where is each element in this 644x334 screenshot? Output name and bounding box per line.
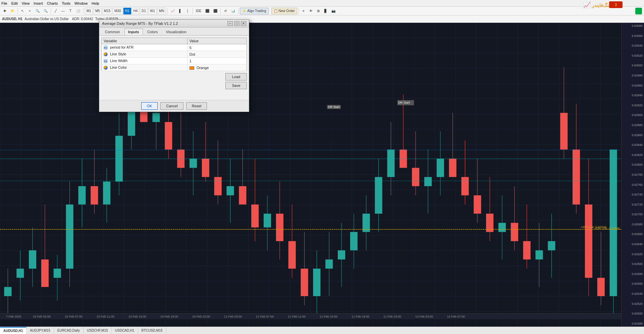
price-label-11: 0.62860 — [622, 133, 644, 137]
ok-button[interactable]: OK — [141, 102, 158, 110]
volume-button[interactable]: ▊ — [322, 8, 329, 14]
screenshot-button[interactable]: 📷 — [330, 8, 337, 14]
price-label-21: 0.62660 — [622, 232, 644, 236]
menu-tools[interactable]: Tools — [62, 1, 70, 5]
time-label-5: 10 Feb 19:00 — [160, 315, 178, 318]
time-label-9: 11 Feb 11:00 — [288, 315, 306, 318]
chart-area[interactable]: ADR Line: 0.62646 DR Start 0.62819 0.630… — [0, 23, 644, 327]
timeframe-mn[interactable]: MN — [157, 8, 166, 14]
time-axis: 7 Feb 202510 Feb 03:0010 Feb 07:0010 Feb… — [0, 313, 621, 319]
zoom-in-button[interactable]: 🔍 — [34, 8, 41, 14]
bottom-tab-usdcad-h1[interactable]: USDCAD,H1 — [112, 327, 138, 334]
price-label-6: 0.62960 — [622, 84, 644, 87]
price-label-19: 0.62700 — [622, 213, 644, 216]
menu-file[interactable]: File — [1, 1, 7, 5]
algo-trading-button[interactable]: ⚡ Algo Trading — [240, 8, 268, 14]
text-button[interactable]: T — [67, 8, 74, 14]
table-row: Line Color Orange — [102, 64, 247, 71]
instrument-name: Australian Dollar vs US Dollar — [24, 17, 69, 21]
timeframe-h4[interactable]: H4 — [132, 8, 140, 14]
bottom-tab-audjpy-m15[interactable]: AUDJPY,M15 — [26, 327, 54, 334]
watch-button[interactable]: 👁 — [308, 8, 314, 14]
cancel-button[interactable]: Cancel — [160, 102, 183, 110]
dialog-maximize-button[interactable]: □ — [234, 21, 239, 26]
bottom-tab-audusd-h1[interactable]: AUDUSD,H1 — [0, 327, 26, 334]
price-axis: 0.630800.630600.630400.630200.630000.629… — [621, 23, 644, 327]
time-label-11: 11 Feb 19:00 — [352, 315, 369, 318]
price-label-9: 0.62900 — [622, 113, 644, 117]
val-line-width[interactable]: 1 — [187, 58, 247, 64]
grid-button[interactable]: ⊞ — [315, 8, 322, 14]
bottom-tabs: AUDUSD,H1AUDJPY,M15EURCAD,DailyUSDCHF,M1… — [0, 327, 644, 334]
bottom-tab-eurcad-daily[interactable]: EURCAD,Daily — [54, 327, 84, 334]
menu-help[interactable]: Help — [92, 1, 99, 5]
scripts-button[interactable]: ⬛ — [204, 8, 211, 14]
chart-type-bar[interactable]: │ — [184, 8, 191, 14]
val-period-atr-text: 5 — [190, 46, 192, 50]
menu-charts[interactable]: Charts — [47, 1, 58, 5]
menu-edit[interactable]: Edit — [11, 1, 18, 5]
menu-insert[interactable]: Insert — [34, 1, 43, 5]
reset-button[interactable]: Reset — [186, 102, 207, 110]
hline-button[interactable]: — — [60, 8, 66, 14]
cursor-button[interactable]: ↖ — [19, 8, 26, 14]
zoom-out-button[interactable]: 🔍 — [42, 8, 49, 14]
crosshair-button[interactable]: + — [26, 8, 33, 14]
indicators2-button[interactable]: 📊 — [229, 8, 237, 14]
dialog-tab-visualization[interactable]: Visualization — [162, 29, 190, 35]
color-picker-icon — [104, 52, 108, 56]
time-label-8: 11 Feb 07:00 — [256, 315, 274, 318]
color-swatch — [190, 66, 194, 70]
menu-view[interactable]: View — [22, 1, 30, 5]
time-label-13: 12 Feb 03:00 — [415, 315, 433, 318]
dialog-titlebar[interactable]: Average Daily Range MT5 - By TFlab V1.2 … — [99, 20, 249, 27]
timeframe-m30[interactable]: M30 — [113, 8, 122, 14]
notification-area[interactable]: 3 — [609, 1, 623, 8]
open-button[interactable]: 📁 — [9, 8, 16, 14]
status-green-button[interactable] — [635, 8, 642, 14]
dialog-tab-inputs[interactable]: Inputs — [124, 29, 143, 35]
val-line-color[interactable]: Orange — [187, 64, 247, 71]
refresh-button[interactable]: ↺ — [222, 8, 229, 14]
val-line-style[interactable]: Dot — [187, 51, 247, 58]
dialog-tab-colors[interactable]: Colors — [144, 29, 162, 35]
timeframe-d1[interactable]: D1 — [140, 8, 148, 14]
indicators-button[interactable]: IDE — [194, 8, 203, 14]
timeframe-m1[interactable]: M1 — [85, 8, 93, 14]
load-button[interactable]: Load — [225, 73, 247, 80]
variables-table: Variable Value 01 period for ATR 5 — [101, 38, 247, 71]
val-period-atr[interactable]: 5 — [187, 44, 247, 51]
timeframe-h1[interactable]: H1 — [123, 8, 131, 14]
time-label-2: 10 Feb 07:00 — [65, 315, 83, 318]
shapes-button[interactable]: ⬜ — [74, 8, 82, 14]
timeframe-m15[interactable]: M15 — [102, 8, 112, 14]
price-label-27: 0.62540 — [622, 292, 644, 295]
save-button[interactable]: Save — [225, 82, 247, 89]
chart-type-line[interactable]: 📈 — [169, 8, 176, 14]
timeframe-w1[interactable]: W1 — [148, 8, 157, 14]
dialog-tab-common[interactable]: Common — [101, 29, 124, 35]
price-label-0: 0.63080 — [622, 24, 644, 27]
bottom-tab-btcusd-m15[interactable]: BTCUSD,M15 — [138, 327, 166, 334]
new-chart-button[interactable]: ✚ — [1, 8, 8, 14]
time-label-7: 11 Feb 03:00 — [224, 315, 242, 318]
num-icon: 01 — [104, 46, 108, 50]
chart-canvas[interactable] — [0, 23, 621, 327]
line-draw-button[interactable]: ╱ — [52, 8, 59, 14]
price-label-14: 0.62800 — [622, 163, 644, 166]
price-label-2: 0.63040 — [622, 44, 644, 47]
price-label-29: 0.62500 — [622, 312, 644, 315]
expert-button[interactable]: ⬛ — [212, 8, 219, 14]
timeframe-m5[interactable]: M5 — [94, 8, 102, 14]
bottom-tab-usdchf-m15[interactable]: USDCHF,M15 — [84, 327, 112, 334]
table-row: 01 Line Width 1 — [102, 58, 247, 64]
dialog-close-button[interactable]: ✕ — [241, 21, 246, 26]
var-line-width-label: Line Width — [110, 59, 127, 63]
variables-tbody: 01 period for ATR 5 Line Style Dot — [102, 44, 247, 71]
chart-type-candle[interactable]: ▌ — [177, 8, 184, 14]
depth-button[interactable]: ≡ — [300, 8, 307, 14]
menu-window[interactable]: Window — [74, 1, 88, 5]
dialog-minimize-button[interactable]: ─ — [227, 21, 233, 26]
price-label-13: 0.62820 — [622, 153, 644, 157]
new-order-button[interactable]: 📋 New Order — [271, 8, 297, 14]
